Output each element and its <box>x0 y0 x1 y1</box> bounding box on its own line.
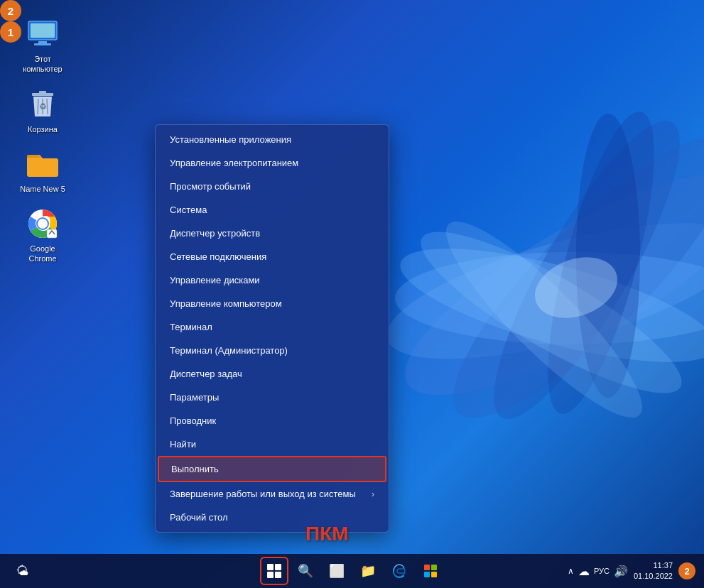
language-indicator[interactable]: РУС <box>594 567 610 575</box>
taskbar-taskview-btn[interactable]: ⬜ <box>323 557 351 585</box>
svg-rect-14 <box>34 43 51 45</box>
tray-speaker-icon[interactable]: 🔊 <box>614 565 628 578</box>
taskbar-left: 🌤 <box>9 557 37 585</box>
explorer-icon: 📁 <box>360 563 376 579</box>
taskview-icon: ⬜ <box>329 563 345 579</box>
menu-item-disk-management[interactable]: Управление дисками <box>156 268 389 292</box>
svg-rect-28 <box>431 565 437 570</box>
taskbar-weather-btn[interactable]: 🌤 <box>9 557 37 585</box>
svg-rect-30 <box>431 572 437 577</box>
menu-item-shutdown[interactable]: Завершение работы или выход из системы › <box>156 482 389 506</box>
clock-date: 01.10.2022 <box>634 571 673 582</box>
desktop-icon-folder[interactable]: Name New 5 <box>14 144 71 197</box>
folder-icon-image <box>26 147 60 181</box>
taskbar-explorer-btn[interactable]: 📁 <box>354 557 382 585</box>
edge-icon <box>392 564 406 578</box>
desktop-icon-computer[interactable]: Этоткомпьютер <box>14 14 71 77</box>
start-button[interactable] <box>260 557 288 585</box>
chrome-icon-label: Google Chrome <box>17 244 68 264</box>
weather-icon: 🌤 <box>16 564 29 579</box>
chrome-icon-image <box>26 207 60 241</box>
desktop-icons-container: Этоткомпьютер ♻ Корзина <box>14 14 71 267</box>
svg-rect-27 <box>424 565 430 570</box>
folder-icon-label: Name New 5 <box>20 184 65 194</box>
menu-item-computer-management[interactable]: Управление компьютером <box>156 292 389 315</box>
taskbar-right: ∧ ☁ РУС 🔊 11:37 01.10.2022 2 <box>568 560 695 582</box>
menu-item-installed-apps[interactable]: Установленные приложения <box>156 128 389 151</box>
desktop-icon-recycle[interactable]: ♻ Корзина <box>14 85 71 137</box>
context-menu: Установленные приложения Управление элек… <box>155 124 389 533</box>
tray-cloud-icon[interactable]: ☁ <box>578 565 590 578</box>
menu-item-search[interactable]: Найти <box>156 432 389 456</box>
computer-icon-label: Этоткомпьютер <box>23 54 62 75</box>
svg-point-24 <box>38 219 48 229</box>
menu-item-run[interactable]: Выполнить <box>158 456 386 482</box>
svg-rect-29 <box>424 572 430 577</box>
desktop-icon-chrome[interactable]: Google Chrome <box>14 204 71 267</box>
svg-text:♻: ♻ <box>39 102 47 111</box>
menu-item-terminal-admin[interactable]: Терминал (Администратор) <box>156 339 389 362</box>
notification-badge[interactable]: 2 <box>678 562 695 579</box>
menu-item-device-manager[interactable]: Диспетчер устройств <box>156 222 389 245</box>
taskbar-store-btn[interactable] <box>416 557 445 585</box>
system-tray-icons: ∧ ☁ РУС 🔊 <box>568 565 628 578</box>
menu-item-settings[interactable]: Параметры <box>156 386 389 409</box>
taskbar-search-btn[interactable]: 🔍 <box>291 557 320 585</box>
menu-item-explorer[interactable]: Проводник <box>156 409 389 432</box>
windows-logo-icon <box>267 564 281 578</box>
taskbar-center: 🔍 ⬜ 📁 <box>260 557 445 585</box>
menu-item-system[interactable]: Система <box>156 198 389 222</box>
search-icon: 🔍 <box>298 563 313 579</box>
clock-time: 11:37 <box>634 560 673 571</box>
taskbar-edge-btn[interactable] <box>385 557 413 585</box>
menu-item-network-connections[interactable]: Сетевые подключения <box>156 245 389 268</box>
svg-rect-15 <box>31 24 54 37</box>
system-clock[interactable]: 11:37 01.10.2022 <box>634 560 673 582</box>
svg-line-20 <box>47 99 48 114</box>
menu-item-power-management[interactable]: Управление электропитанием <box>156 151 389 175</box>
menu-item-task-manager[interactable]: Диспетчер задач <box>156 362 389 386</box>
computer-icon-image <box>26 17 60 51</box>
taskbar: 🌤 🔍 ⬜ 📁 <box>0 554 704 588</box>
arrow-icon: › <box>372 489 374 499</box>
recycle-icon-image: ♻ <box>26 87 60 121</box>
svg-rect-17 <box>39 91 46 94</box>
desktop: Этоткомпьютер ♻ Корзина <box>0 0 704 588</box>
menu-item-desktop[interactable]: Рабочий стол <box>156 506 389 529</box>
recycle-icon-label: Корзина <box>28 124 58 134</box>
tray-arrow-icon[interactable]: ∧ <box>568 566 574 576</box>
menu-item-terminal[interactable]: Терминал <box>156 315 389 339</box>
menu-item-event-viewer[interactable]: Просмотр событий <box>156 175 389 198</box>
pkm-label: ПКМ <box>305 523 349 545</box>
store-icon <box>423 564 438 578</box>
